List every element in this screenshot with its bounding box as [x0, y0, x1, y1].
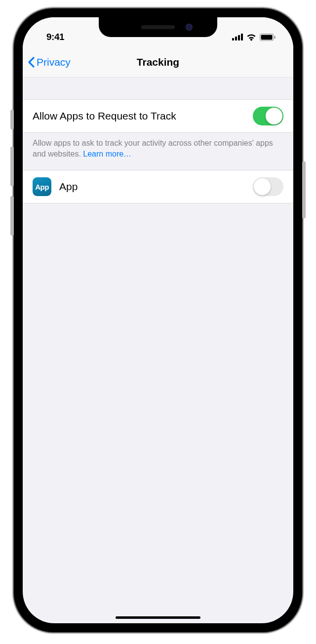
allow-apps-label: Allow Apps to Request to Track	[33, 110, 176, 122]
home-indicator[interactable]	[116, 616, 200, 619]
earpiece-speaker	[141, 25, 175, 29]
svg-rect-0	[232, 38, 234, 40]
iphone-device-frame: 9:41	[14, 8, 302, 632]
battery-icon	[260, 34, 276, 41]
toggle-thumb	[254, 178, 271, 195]
app-label: App	[59, 181, 78, 193]
chevron-left-icon	[28, 57, 35, 68]
power-button	[302, 161, 306, 218]
front-camera	[186, 24, 193, 31]
learn-more-link[interactable]: Learn more…	[83, 150, 131, 158]
toggle-thumb	[266, 108, 282, 124]
allow-apps-footer: Allow apps to ask to track your activity…	[23, 133, 293, 170]
svg-rect-3	[241, 34, 243, 40]
svg-rect-1	[235, 37, 237, 40]
nav-bar: Privacy Tracking	[23, 47, 293, 78]
volume-down-button	[10, 196, 14, 236]
app-toggle[interactable]	[253, 177, 283, 196]
cellular-icon	[232, 34, 243, 40]
page-title: Tracking	[137, 56, 179, 68]
allow-apps-footer-text: Allow apps to ask to track your activity…	[33, 139, 273, 158]
status-icons	[232, 34, 278, 41]
volume-up-button	[10, 147, 14, 186]
svg-rect-5	[261, 35, 273, 40]
svg-rect-6	[275, 36, 276, 38]
app-row-left: App App	[33, 177, 78, 196]
back-button[interactable]: Privacy	[28, 56, 71, 68]
app-tracking-row: App App	[23, 170, 293, 203]
svg-rect-2	[238, 35, 240, 40]
mute-switch	[10, 110, 14, 129]
screen: 9:41	[23, 17, 293, 623]
status-time: 9:41	[38, 32, 64, 42]
allow-apps-row: Allow Apps to Request to Track	[23, 99, 293, 133]
app-icon: App	[33, 177, 51, 196]
allow-apps-toggle[interactable]	[253, 107, 283, 125]
back-label: Privacy	[37, 56, 71, 68]
notch	[99, 17, 217, 37]
wifi-icon	[246, 34, 256, 41]
section-spacer	[23, 78, 293, 99]
